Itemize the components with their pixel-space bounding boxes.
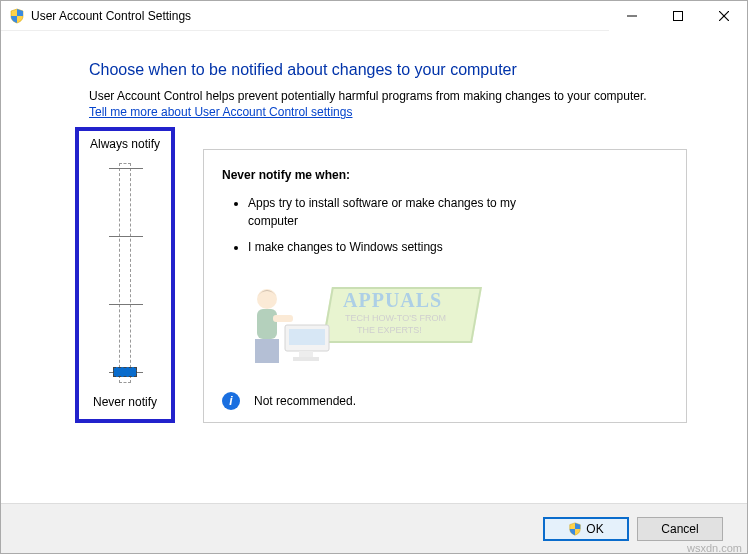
page-heading: Choose when to be notified about changes…: [89, 61, 687, 79]
ok-button[interactable]: OK: [543, 517, 629, 541]
panel-bullet: I make changes to Windows settings: [248, 238, 548, 256]
slider-label-top: Always notify: [90, 137, 160, 151]
recommendation-text: Not recommended.: [254, 394, 356, 408]
page-subheading: User Account Control helps prevent poten…: [89, 87, 687, 105]
help-link[interactable]: Tell me more about User Account Control …: [89, 105, 352, 119]
uac-window: User Account Control Settings Choose whe…: [0, 0, 748, 554]
maximize-button[interactable]: [655, 1, 701, 31]
content-area: Choose when to be notified about changes…: [1, 31, 747, 503]
panel-bullets: Apps try to install software or make cha…: [230, 194, 668, 264]
svg-rect-1: [674, 11, 683, 20]
minimize-button[interactable]: [609, 1, 655, 31]
close-button[interactable]: [701, 1, 747, 31]
source-watermark: wsxdn.com: [687, 542, 742, 554]
footer: OK Cancel: [1, 503, 747, 553]
cancel-button[interactable]: Cancel: [637, 517, 723, 541]
notification-slider-highlight: Always notify Never notify: [75, 127, 175, 423]
ok-button-label: OK: [586, 522, 603, 536]
cancel-button-label: Cancel: [661, 522, 698, 536]
slider-label-bottom: Never notify: [93, 395, 157, 409]
notification-slider-track[interactable]: [119, 163, 131, 383]
window-title: User Account Control Settings: [31, 9, 191, 23]
titlebar: User Account Control Settings: [1, 1, 747, 31]
notification-description-panel: Never notify me when: Apps try to instal…: [203, 149, 687, 423]
notification-slider-thumb[interactable]: [113, 367, 137, 377]
panel-title: Never notify me when:: [222, 168, 668, 182]
info-icon: i: [222, 392, 240, 410]
uac-shield-icon: [9, 8, 25, 24]
panel-bullet: Apps try to install software or make cha…: [248, 194, 548, 230]
